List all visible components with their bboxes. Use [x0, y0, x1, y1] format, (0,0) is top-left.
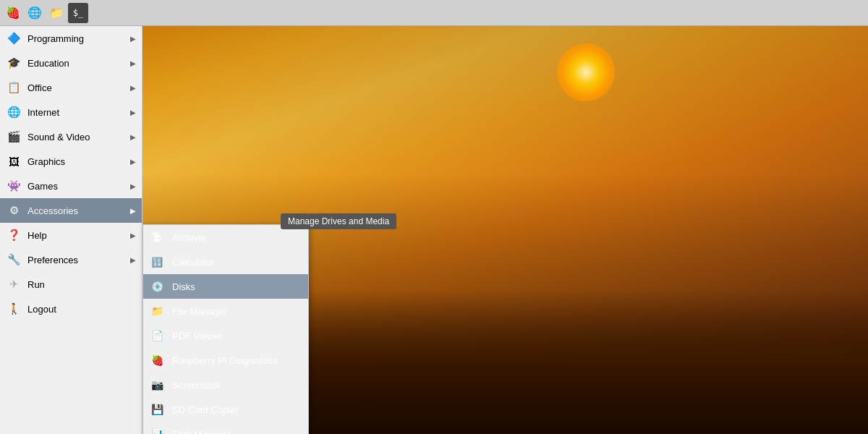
- archiver-icon: [149, 229, 165, 245]
- sound-video-icon: 🎬: [6, 129, 22, 145]
- office-arrow: ▶: [130, 84, 136, 92]
- file-manager-label: File Manager: [172, 306, 302, 317]
- menu-item-office[interactable]: 📋 Office ▶: [0, 75, 142, 100]
- calculator-label: Calculator: [172, 257, 302, 268]
- submenu-item-file-manager[interactable]: 📁 File Manager: [143, 299, 308, 323]
- internet-icon: 🌐: [6, 104, 22, 120]
- rpi-diagnostics-icon: 🍓: [149, 352, 165, 368]
- screenshot-label: Screenshot: [172, 380, 302, 391]
- run-icon: ✈: [6, 276, 22, 292]
- menu-item-internet[interactable]: 🌐 Internet ▶: [0, 100, 142, 124]
- preferences-arrow: ▶: [130, 256, 136, 264]
- internet-arrow: ▶: [130, 109, 136, 116]
- education-arrow: ▶: [130, 59, 136, 67]
- programming-arrow: ▶: [130, 35, 136, 43]
- main-menu-panel: Programming ▶ 🎓 Education ▶ 📋 Office ▶ 🌐…: [0, 26, 142, 434]
- submenu-item-sd-card-copier[interactable]: 💾 SD Card Copier: [143, 397, 308, 422]
- archiver-label: Archiver: [172, 232, 302, 243]
- raspberry-taskbar-icon[interactable]: 🍓: [3, 3, 23, 23]
- education-label: Education: [27, 58, 124, 69]
- menu-item-programming[interactable]: Programming ▶: [0, 26, 142, 51]
- games-label: Games: [27, 181, 124, 192]
- logout-label: Logout: [27, 304, 136, 315]
- terminal-taskbar-icon[interactable]: $_: [68, 3, 88, 23]
- submenu-item-task-manager[interactable]: 📊 Task Manager: [143, 422, 308, 434]
- task-manager-label: Task Manager: [172, 429, 302, 435]
- pdf-viewer-icon: 📄: [149, 328, 165, 344]
- menu-item-sound-video[interactable]: 🎬 Sound & Video ▶: [0, 124, 142, 149]
- accessories-submenu: Archiver Calculator 💿 Disks 📁 File Manag…: [142, 224, 309, 434]
- accessories-icon: ⚙: [6, 203, 22, 218]
- folder-taskbar-icon[interactable]: 📁: [46, 3, 67, 23]
- accessories-label: Accessories: [27, 205, 124, 216]
- sun: [557, 43, 615, 101]
- internet-label: Internet: [27, 107, 124, 118]
- submenu-item-calculator[interactable]: Calculator: [143, 250, 308, 274]
- menu-item-accessories[interactable]: ⚙ Accessories ▶ Archiver Calculator 💿 Di…: [0, 198, 142, 223]
- games-icon: 👾: [6, 178, 22, 194]
- submenu-item-rpi-diagnostics[interactable]: 🍓 Raspberry Pi Diagnostics: [143, 348, 308, 373]
- disks-icon: 💿: [149, 278, 165, 294]
- submenu-item-pdf-viewer[interactable]: 📄 PDF Viewer: [143, 323, 308, 348]
- help-icon: ❓: [6, 227, 22, 243]
- graphics-arrow: ▶: [130, 158, 136, 166]
- globe-taskbar-icon[interactable]: 🌐: [25, 3, 45, 23]
- office-label: Office: [27, 82, 124, 93]
- sd-card-copier-label: SD Card Copier: [172, 404, 302, 415]
- file-manager-icon: 📁: [149, 303, 165, 319]
- submenu-item-screenshot[interactable]: 📷 Screenshot: [143, 373, 308, 397]
- sd-card-copier-icon: 💾: [149, 401, 165, 417]
- games-arrow: ▶: [130, 182, 136, 190]
- menu-item-games[interactable]: 👾 Games ▶: [0, 174, 142, 198]
- menu-item-help[interactable]: ❓ Help ▶: [0, 223, 142, 247]
- accessories-arrow: ▶: [130, 207, 136, 215]
- disks-label: Disks: [172, 281, 302, 292]
- rpi-diagnostics-label: Raspberry Pi Diagnostics: [172, 355, 302, 366]
- office-icon: 📋: [6, 80, 22, 95]
- education-icon: 🎓: [6, 55, 22, 71]
- menu-item-logout[interactable]: 🚶 Logout: [0, 297, 142, 321]
- preferences-icon: 🔧: [6, 252, 22, 268]
- help-arrow: ▶: [130, 231, 136, 239]
- programming-icon: [6, 30, 22, 46]
- screenshot-icon: 📷: [149, 377, 165, 393]
- disks-tooltip: Manage Drives and Media: [281, 213, 396, 229]
- task-manager-icon: 📊: [149, 426, 165, 434]
- graphics-icon: 🖼: [6, 153, 22, 169]
- sound-video-label: Sound & Video: [27, 132, 124, 142]
- sound-video-arrow: ▶: [130, 133, 136, 141]
- run-label: Run: [27, 279, 136, 290]
- help-label: Help: [27, 230, 124, 241]
- submenu-item-disks[interactable]: 💿 Disks: [143, 274, 308, 299]
- taskbar: 🍓 🌐 📁 $_: [0, 0, 868, 26]
- graphics-label: Graphics: [27, 156, 124, 167]
- menu-item-education[interactable]: 🎓 Education ▶: [0, 51, 142, 75]
- calculator-icon: [149, 254, 165, 270]
- menu-item-graphics[interactable]: 🖼 Graphics ▶: [0, 149, 142, 174]
- menu-item-run[interactable]: ✈ Run: [0, 272, 142, 297]
- logout-icon: 🚶: [6, 301, 22, 317]
- preferences-label: Preferences: [27, 255, 124, 265]
- menu-item-preferences[interactable]: 🔧 Preferences ▶: [0, 247, 142, 272]
- pdf-viewer-label: PDF Viewer: [172, 331, 302, 341]
- tooltip-text: Manage Drives and Media: [288, 216, 389, 226]
- programming-label: Programming: [27, 33, 124, 44]
